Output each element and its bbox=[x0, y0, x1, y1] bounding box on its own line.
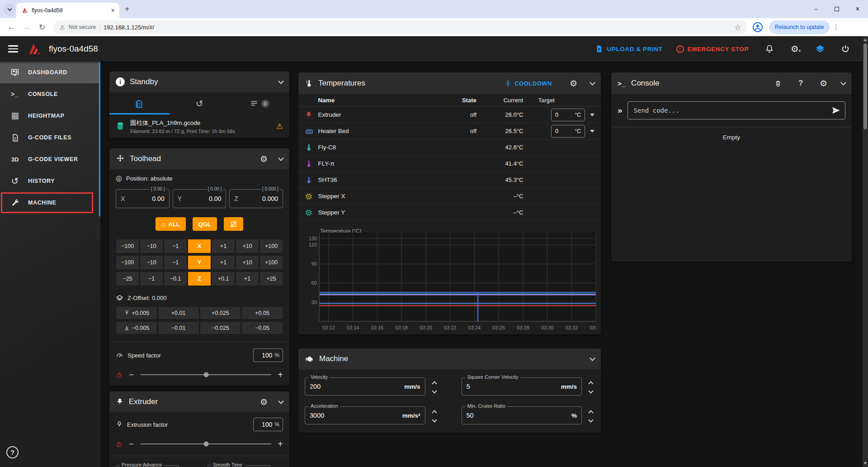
upload-and-print-button[interactable]: UPLOAD & PRINT bbox=[595, 45, 662, 53]
tab-job-queue[interactable]: 0 bbox=[229, 92, 289, 114]
number-input[interactable]: Smooth Time0.04s bbox=[207, 465, 270, 467]
scrollbar-thumb[interactable] bbox=[863, 43, 867, 129]
page-scrollbar[interactable] bbox=[863, 36, 868, 467]
number-input[interactable]: Acceleration3000mm/s² bbox=[305, 406, 425, 424]
z-offset-button[interactable]: +0.025 bbox=[200, 306, 241, 319]
extrusion-slider[interactable] bbox=[141, 443, 272, 444]
new-tab-button[interactable]: + bbox=[125, 5, 129, 14]
tab-close-icon[interactable]: × bbox=[111, 7, 115, 14]
expand-console-button[interactable]: » bbox=[618, 105, 623, 115]
number-input[interactable]: Square Corner Velocity5mm/s bbox=[462, 377, 582, 396]
tab-reprint[interactable]: ↺ bbox=[170, 92, 230, 114]
speed-decrease-button[interactable]: − bbox=[129, 370, 134, 379]
url-bar[interactable]: ⚠ Not secure 192.168.1.125/m/#/ ☆ bbox=[53, 20, 747, 34]
help-button[interactable]: ? bbox=[6, 446, 19, 458]
collapse-chevron-icon[interactable] bbox=[590, 355, 595, 361]
forward-button[interactable]: → bbox=[20, 20, 33, 34]
increment-chevron-icon[interactable] bbox=[588, 381, 593, 386]
decrement-chevron-icon[interactable] bbox=[588, 417, 593, 422]
decrement-chevron-icon[interactable] bbox=[432, 388, 437, 393]
decrement-chevron-icon[interactable] bbox=[588, 388, 593, 393]
home-all-button[interactable]: ⌂ALL bbox=[156, 217, 185, 231]
sidebar-item-machine[interactable]: MACHINE bbox=[0, 192, 100, 214]
window-maximize-button[interactable] bbox=[826, 6, 847, 13]
increment-chevron-icon[interactable] bbox=[432, 410, 437, 415]
number-input[interactable]: Pressure Advance0.05s bbox=[116, 465, 179, 467]
speed-slider[interactable] bbox=[141, 374, 272, 375]
target-temperature-input[interactable]: 0°C bbox=[551, 109, 585, 121]
jog-button[interactable]: −10 bbox=[140, 239, 163, 253]
jog-button[interactable]: +100 bbox=[259, 239, 283, 253]
emergency-stop-button[interactable]: ! EMERGENCY STOP bbox=[676, 45, 749, 53]
sidebar-item-g-code-viewer[interactable]: 3DG-CODE VIEWER bbox=[0, 148, 100, 170]
z-offset-button[interactable]: +0.01 bbox=[158, 306, 199, 319]
z-offset-button[interactable]: +0.05 bbox=[241, 306, 283, 319]
help-hint-icon[interactable]: ? bbox=[798, 79, 803, 87]
jog-button[interactable]: −100 bbox=[116, 255, 139, 270]
relaunch-to-update-button[interactable]: Relaunch to update bbox=[769, 20, 830, 34]
jog-button[interactable]: +10 bbox=[236, 239, 259, 253]
scroll-up-arrow[interactable] bbox=[863, 38, 867, 41]
gcode-file-row[interactable]: 圆柱体_PLA_1h9m.gcode Filament: 23.83 m / 7… bbox=[109, 115, 289, 138]
toolhead-settings-gear-icon[interactable]: ⚙ bbox=[260, 155, 268, 163]
sidebar-item-g-code-files[interactable]: G-CODE FILES bbox=[0, 127, 100, 148]
jog-button[interactable]: −1 bbox=[164, 255, 187, 270]
trash-icon[interactable] bbox=[774, 80, 782, 87]
send-icon[interactable] bbox=[831, 105, 841, 115]
slider-thumb[interactable] bbox=[203, 372, 208, 377]
sidebar-item-heightmap[interactable]: HEIGHTMAP bbox=[0, 105, 100, 127]
jog-button[interactable]: −100 bbox=[116, 239, 139, 253]
collapse-chevron-icon[interactable] bbox=[278, 78, 284, 84]
increment-chevron-icon[interactable] bbox=[432, 381, 437, 386]
tab-search-button[interactable] bbox=[4, 4, 15, 15]
collapse-chevron-icon[interactable] bbox=[278, 155, 284, 161]
number-input[interactable]: Min. Cruise Ratio50% bbox=[462, 406, 582, 424]
jog-button[interactable]: +0.1 bbox=[212, 272, 235, 286]
z-offset-button[interactable]: +0.005 bbox=[116, 306, 157, 319]
target-temperature-input[interactable]: 0°C bbox=[551, 125, 585, 138]
z-offset-button[interactable]: −0.05 bbox=[241, 321, 283, 334]
jog-button[interactable]: −10 bbox=[140, 255, 163, 270]
jog-button[interactable]: −0.1 bbox=[164, 272, 187, 286]
preset-dropdown-icon[interactable] bbox=[590, 130, 594, 133]
jog-button[interactable]: +1 bbox=[236, 272, 259, 286]
browser-tab[interactable]: flyos-0a4d58 × bbox=[16, 3, 119, 18]
extrusion-factor-input[interactable]: 100% bbox=[253, 418, 283, 431]
z-offset-button[interactable]: −0.005 bbox=[116, 321, 157, 334]
jog-button[interactable]: +1 bbox=[212, 255, 235, 270]
increment-chevron-icon[interactable] bbox=[588, 410, 593, 415]
hamburger-menu-icon[interactable] bbox=[8, 45, 18, 52]
jog-button[interactable]: +100 bbox=[259, 255, 283, 270]
theme-layers-icon[interactable] bbox=[811, 44, 829, 54]
jog-button[interactable]: −25 bbox=[116, 272, 139, 286]
profile-avatar[interactable] bbox=[752, 21, 764, 33]
extrusion-decrease-button[interactable]: − bbox=[129, 439, 134, 448]
z-offset-button[interactable]: −0.025 bbox=[200, 321, 241, 334]
interface-settings-gear-icon[interactable]: ⚙+ bbox=[786, 43, 804, 54]
jog-button[interactable]: −1 bbox=[164, 239, 187, 253]
speed-factor-input[interactable]: 100% bbox=[253, 348, 283, 362]
number-input[interactable]: Velocity200mm/s bbox=[305, 377, 425, 396]
jog-button[interactable]: −1 bbox=[140, 272, 163, 286]
extrusion-increase-button[interactable]: + bbox=[278, 439, 283, 448]
speed-increase-button[interactable]: + bbox=[278, 370, 283, 379]
scroll-down-arrow[interactable] bbox=[863, 462, 867, 465]
bookmark-star-icon[interactable]: ☆ bbox=[735, 23, 741, 32]
window-close-button[interactable]: × bbox=[847, 5, 868, 13]
lock-icon[interactable] bbox=[116, 441, 123, 448]
collapse-chevron-icon[interactable] bbox=[590, 80, 595, 86]
jog-button[interactable]: +1 bbox=[212, 239, 235, 253]
lock-icon[interactable] bbox=[116, 372, 123, 378]
back-button[interactable]: ← bbox=[5, 20, 18, 34]
cooldown-button[interactable]: COOLDOWN bbox=[505, 80, 552, 87]
console-settings-gear-icon[interactable]: ⚙ bbox=[820, 79, 827, 88]
sidebar-item-dashboard[interactable]: DASHBOARD bbox=[0, 62, 100, 83]
notifications-bell-icon[interactable] bbox=[760, 44, 778, 53]
preset-dropdown-icon[interactable] bbox=[590, 114, 594, 116]
console-input[interactable] bbox=[627, 101, 845, 119]
slider-thumb[interactable] bbox=[203, 442, 208, 447]
jog-button[interactable]: +25 bbox=[259, 272, 283, 286]
extruder-settings-gear-icon[interactable]: ⚙ bbox=[260, 398, 268, 406]
qgl-button[interactable]: QGL bbox=[193, 217, 217, 231]
reload-button[interactable]: ↻ bbox=[35, 20, 49, 34]
